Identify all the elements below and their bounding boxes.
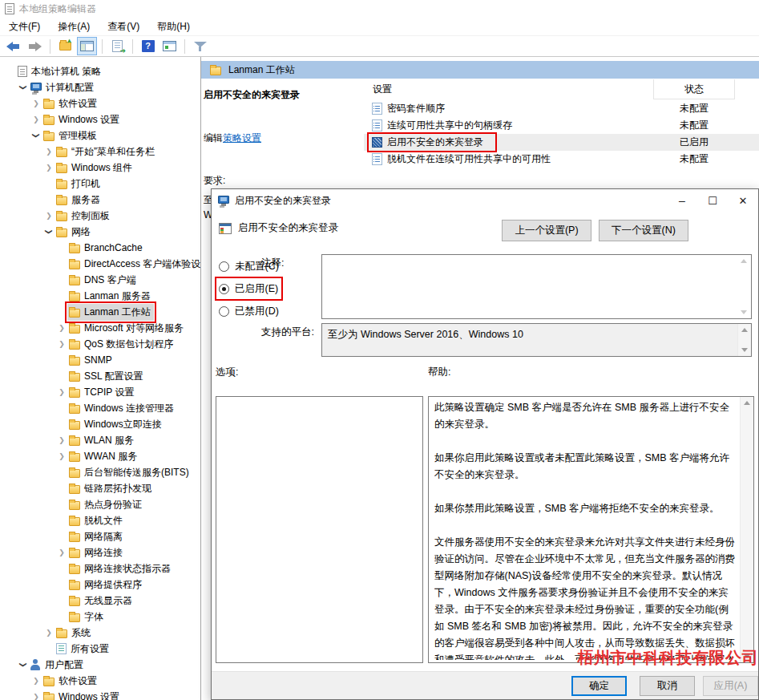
- list-item[interactable]: 脱机文件在连续可用性共享中的可用性未配置: [364, 151, 759, 168]
- column-header-status[interactable]: 状态: [653, 79, 735, 99]
- tree-item[interactable]: ❯网络: [0, 224, 200, 240]
- expander-collapsed-icon[interactable]: ❯: [43, 148, 55, 156]
- column-header-setting[interactable]: 设置: [364, 83, 653, 96]
- cancel-button[interactable]: 取消: [640, 676, 695, 696]
- expander-collapsed-icon[interactable]: ❯: [56, 452, 67, 460]
- tree-item[interactable]: 脱机文件: [0, 512, 200, 528]
- expander-collapsed-icon[interactable]: ❯: [30, 99, 42, 107]
- next-setting-button[interactable]: 下一个设置(N): [599, 220, 688, 241]
- expander-collapsed-icon[interactable]: ❯: [30, 693, 42, 700]
- extended-view-toggle-button[interactable]: [159, 37, 180, 55]
- expander-expanded-icon[interactable]: ❯: [19, 82, 27, 93]
- tree-item[interactable]: Lanman 工作站: [0, 304, 200, 320]
- export-list-button[interactable]: [107, 37, 127, 55]
- radio-icon[interactable]: [219, 284, 229, 294]
- tree-item[interactable]: ❯Microsoft 对等网络服务: [0, 320, 200, 336]
- tree-item[interactable]: Windows立即连接: [0, 416, 200, 432]
- tree-item[interactable]: Lanman 服务器: [0, 288, 200, 304]
- tree-item[interactable]: ❯软件设置: [0, 673, 200, 689]
- tree-item[interactable]: BranchCache: [0, 240, 200, 256]
- tree-item[interactable]: 网络连接状态指示器: [0, 560, 200, 577]
- expander-collapsed-icon[interactable]: ❯: [56, 388, 67, 396]
- radio-checked[interactable]: 已启用(E): [219, 281, 279, 297]
- expander-collapsed-icon[interactable]: ❯: [56, 436, 67, 444]
- tree-item[interactable]: 无线显示器: [0, 593, 200, 609]
- scroll-down-icon[interactable]: [741, 348, 748, 352]
- tree-item[interactable]: DirectAccess 客户端体验设置: [0, 256, 200, 272]
- tree-item[interactable]: ❯QoS 数据包计划程序: [0, 336, 200, 352]
- radio-icon[interactable]: [219, 306, 229, 317]
- tree-item[interactable]: ❯“开始”菜单和任务栏: [0, 144, 200, 160]
- expander-collapsed-icon[interactable]: ❯: [56, 324, 67, 332]
- tree-item[interactable]: ❯WLAN 服务: [0, 432, 200, 448]
- tree-item[interactable]: ❯Windows 设置: [0, 689, 200, 700]
- tree-item[interactable]: ❯网络连接: [0, 544, 200, 560]
- radio-option[interactable]: 已禁用(D): [219, 303, 279, 319]
- expander-collapsed-icon[interactable]: ❯: [56, 548, 67, 556]
- expander-expanded-icon[interactable]: ❯: [19, 659, 27, 670]
- tree-item[interactable]: ❯用户配置: [0, 657, 200, 673]
- comment-textarea[interactable]: [321, 254, 752, 319]
- tree-item[interactable]: ❯Windows 组件: [0, 160, 200, 176]
- list-item[interactable]: 密码套件顺序未配置: [364, 100, 759, 117]
- expander-collapsed-icon[interactable]: ❯: [56, 340, 67, 348]
- comment-scrollbar[interactable]: [737, 255, 751, 318]
- help-scrollbar[interactable]: [740, 397, 753, 662]
- tree-item[interactable]: 所有设置: [0, 641, 200, 657]
- tree-item[interactable]: 后台智能传送服务(BITS): [0, 464, 200, 480]
- supported-on-textarea[interactable]: 至少为 Windows Server 2016、Windows 10: [321, 323, 752, 357]
- close-button[interactable]: ✕: [728, 189, 758, 212]
- expander-collapsed-icon[interactable]: ❯: [43, 629, 55, 637]
- tree-item[interactable]: ❯软件设置: [0, 95, 200, 111]
- maximize-button[interactable]: ☐: [697, 189, 728, 212]
- menu-item-0[interactable]: 文件(F): [0, 18, 49, 36]
- forward-arrow-button[interactable]: [25, 37, 45, 55]
- tree-item[interactable]: DNS 客户端: [0, 272, 200, 288]
- tree-item[interactable]: 服务器: [0, 192, 200, 208]
- scroll-up-icon[interactable]: [741, 328, 748, 332]
- tree-item[interactable]: Windows 连接管理器: [0, 400, 200, 416]
- tree-item[interactable]: ❯TCPIP 设置: [0, 384, 200, 400]
- expander-expanded-icon[interactable]: ❯: [32, 130, 40, 141]
- list-item[interactable]: 连续可用性共享中的句柄缓存未配置: [364, 117, 759, 134]
- apply-button[interactable]: 应用(A): [703, 676, 758, 696]
- radio-icon[interactable]: [219, 261, 229, 272]
- scroll-up-icon[interactable]: [741, 259, 747, 263]
- tree-item[interactable]: SSL 配置设置: [0, 368, 200, 384]
- menu-item-1[interactable]: 操作(A): [49, 18, 99, 36]
- previous-setting-button[interactable]: 上一个设置(P): [502, 220, 591, 241]
- expander-expanded-icon[interactable]: ❯: [45, 226, 53, 237]
- platform-scrollbar[interactable]: [737, 324, 751, 356]
- help-button[interactable]: ?: [138, 37, 158, 55]
- tree-item[interactable]: 打印机: [0, 176, 200, 192]
- ok-button[interactable]: 确定: [571, 676, 627, 696]
- up-one-level-folder-button[interactable]: [55, 37, 75, 55]
- expander-collapsed-icon[interactable]: ❯: [43, 212, 55, 220]
- menu-item-3[interactable]: 帮助(H): [148, 18, 199, 36]
- tree-item[interactable]: ❯控制面板: [0, 208, 200, 224]
- tree-item[interactable]: 网络隔离: [0, 528, 200, 544]
- expander-collapsed-icon[interactable]: ❯: [30, 115, 42, 123]
- tree-item[interactable]: 链路层拓扑发现: [0, 480, 200, 496]
- tree-item[interactable]: ❯Windows 设置: [0, 111, 200, 127]
- tree-item[interactable]: ❯系统: [0, 625, 200, 641]
- expander-collapsed-icon[interactable]: ❯: [30, 677, 42, 685]
- tree-item[interactable]: 本地计算机 策略: [0, 63, 200, 79]
- tree-item[interactable]: 网络提供程序: [0, 577, 200, 593]
- tree-item[interactable]: SNMP: [0, 352, 200, 368]
- back-arrow-button[interactable]: [3, 37, 23, 55]
- list-item[interactable]: 启用不安全的来宾登录已启用: [364, 134, 759, 151]
- menu-item-2[interactable]: 查看(V): [99, 18, 148, 36]
- expander-collapsed-icon[interactable]: ❯: [43, 164, 55, 172]
- edit-policy-link[interactable]: 策略设置: [223, 132, 261, 144]
- console-tree-toggle-button[interactable]: [77, 37, 97, 55]
- scroll-up-icon[interactable]: [744, 401, 750, 405]
- filter-button[interactable]: [190, 37, 210, 55]
- tree-item[interactable]: ❯管理模板: [0, 127, 200, 144]
- tree-item[interactable]: 字体: [0, 609, 200, 625]
- minimize-button[interactable]: –: [667, 189, 697, 212]
- tree-item[interactable]: 热点身份验证: [0, 496, 200, 512]
- scroll-down-icon[interactable]: [741, 310, 747, 314]
- tree-item[interactable]: ❯计算机配置: [0, 79, 200, 95]
- tree-item[interactable]: ❯WWAN 服务: [0, 448, 200, 464]
